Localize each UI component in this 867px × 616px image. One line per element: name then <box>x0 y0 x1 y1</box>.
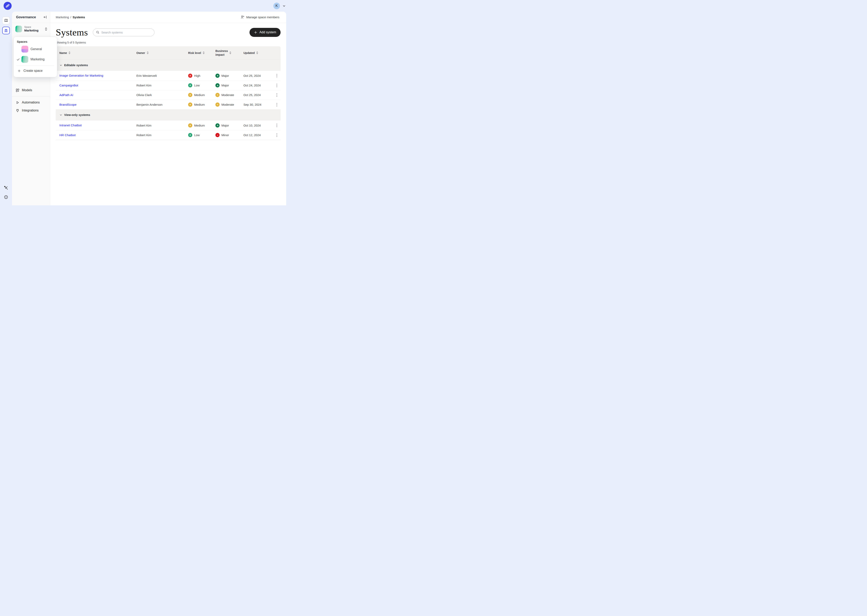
risk-badge: High <box>188 74 215 78</box>
impact-badge: Major <box>215 123 243 127</box>
space-selector-label: Space <box>24 26 39 29</box>
sort-icon <box>256 51 258 54</box>
impact-major-double-chevron-up-icon <box>215 74 220 78</box>
row-actions-kebab-icon[interactable] <box>276 123 281 127</box>
breadcrumb-separator: / <box>71 16 71 19</box>
column-header-owner[interactable]: Owner <box>137 51 188 55</box>
column-header-updated[interactable]: Updated <box>243 51 269 55</box>
row-actions-kebab-icon[interactable] <box>276 74 281 78</box>
rail-governance-button[interactable] <box>2 27 10 34</box>
owner-cell: Benjamin Anderson <box>137 103 188 106</box>
rail-docs-button[interactable] <box>2 17 10 24</box>
impact-label: Major <box>221 124 229 127</box>
manage-space-members-label: Manage space members <box>246 16 280 19</box>
table-row: HR Chatbot Robert Kim Low Minor Oct 12, … <box>56 130 281 140</box>
user-menu-chevron-icon[interactable] <box>283 4 286 8</box>
results-count: Showing 5 of 5 Systems <box>56 41 281 44</box>
book-icon <box>4 19 8 23</box>
spaces-dropdown-menu: Spaces General Marketing Create space <box>13 37 57 77</box>
space-avatar-general <box>22 46 28 53</box>
system-link[interactable]: AdPath AI <box>60 93 73 97</box>
system-name-cell: Image Generation for Marketing <box>56 74 137 77</box>
risk-high-bolt-icon <box>188 74 192 78</box>
column-label: Updated <box>243 51 255 55</box>
impact-badge: Moderate <box>215 102 243 107</box>
breadcrumb-page: Systems <box>72 16 85 19</box>
info-icon[interactable] <box>4 195 8 199</box>
sidebar-item-label: Integrations <box>22 109 39 112</box>
owner-cell: Robert Kim <box>137 134 188 137</box>
column-header-risk-level[interactable]: Risk level <box>188 51 215 55</box>
system-name-cell: HR Chatbot <box>56 134 137 137</box>
sidebar-item-label: Models <box>22 88 32 92</box>
search-input[interactable] <box>101 31 151 34</box>
sidebar-item-models[interactable]: Models <box>12 86 50 94</box>
impact-label: Moderate <box>221 103 234 106</box>
table-row: Intranet Chatbot Robert Kim Medium Major… <box>56 121 281 130</box>
sidebar-item-label: Automations <box>22 101 40 104</box>
impact-label: Minor <box>221 134 229 137</box>
risk-label: Low <box>194 134 200 137</box>
system-link[interactable]: Intranet Chatbot <box>60 124 82 127</box>
section-label: View-only systems <box>64 113 90 116</box>
chevron-down-icon <box>60 113 62 116</box>
sidebar-item-integrations[interactable]: Integrations <box>12 107 50 115</box>
top-bar: K <box>0 0 289 12</box>
main-header: Marketing / Systems Manage space members <box>50 12 286 23</box>
bank-icon <box>4 28 8 33</box>
column-header-name[interactable]: Name <box>56 51 137 55</box>
collapse-sidebar-icon[interactable] <box>43 15 47 19</box>
user-avatar[interactable]: K <box>273 3 280 9</box>
risk-low-bolt-icon <box>188 83 192 87</box>
tools-icon[interactable] <box>4 186 8 190</box>
table-row: AdPath AI Olivia Clark Medium Moderate O… <box>56 90 281 100</box>
app-logo[interactable] <box>4 2 12 10</box>
page-title: Systems <box>56 27 88 38</box>
search-box <box>93 28 154 36</box>
spaces-menu-item-general[interactable]: General <box>16 45 54 53</box>
sidebar-header: Governance <box>12 12 50 23</box>
risk-label: Medium <box>194 103 205 106</box>
table-header-row: Name Owner Risk level Business impa <box>56 46 281 60</box>
row-actions-kebab-icon[interactable] <box>276 103 281 107</box>
chevron-down-icon <box>60 64 62 67</box>
section-header-view-only-systems[interactable]: View-only systems <box>56 109 281 121</box>
play-icon <box>16 101 19 104</box>
space-selector[interactable]: Space Marketing <box>12 23 50 35</box>
risk-badge: Medium <box>188 123 215 127</box>
section-label: Editable systems <box>64 64 88 67</box>
updated-cell: Oct 24, 2024 <box>243 83 269 87</box>
impact-badge: Major <box>215 74 243 78</box>
row-actions-kebab-icon[interactable] <box>276 93 281 97</box>
risk-label: High <box>194 74 200 77</box>
add-system-button[interactable]: Add system <box>250 28 281 37</box>
add-system-label: Add system <box>259 30 276 34</box>
breadcrumb-space[interactable]: Marketing <box>56 16 69 19</box>
space-avatar-marketing <box>16 26 22 32</box>
create-space-button[interactable]: Create space <box>16 67 54 75</box>
system-link[interactable]: BrandScope <box>60 103 76 106</box>
system-link[interactable]: CampaignBot <box>60 83 78 87</box>
system-link[interactable]: HR Chatbot <box>60 134 75 137</box>
spaces-menu-item-marketing[interactable]: Marketing <box>16 55 54 64</box>
impact-label: Major <box>221 83 229 87</box>
sidebar-title: Governance <box>16 15 36 19</box>
impact-label: Major <box>221 74 229 77</box>
updated-cell: Oct 12, 2024 <box>243 134 269 137</box>
create-space-label: Create space <box>24 69 42 72</box>
app-root: K <box>0 0 289 205</box>
system-link[interactable]: Image Generation for Marketing <box>60 74 103 77</box>
system-name-cell: CampaignBot <box>56 83 137 87</box>
risk-low-bolt-icon <box>188 133 192 137</box>
risk-label: Medium <box>194 93 205 97</box>
row-actions-kebab-icon[interactable] <box>276 133 281 137</box>
space-item-label: General <box>30 47 42 51</box>
sidebar-item-automations[interactable]: Automations <box>12 99 50 107</box>
row-actions-kebab-icon[interactable] <box>276 83 281 87</box>
column-label: Business impact <box>215 49 228 57</box>
column-header-business-impact[interactable]: Business impact <box>215 49 243 57</box>
table-row: BrandScope Benjamin Anderson Medium Mode… <box>56 100 281 109</box>
impact-major-double-chevron-up-icon <box>215 83 220 87</box>
manage-space-members-button[interactable]: Manage space members <box>241 15 280 19</box>
section-header-editable-systems[interactable]: Editable systems <box>56 60 281 71</box>
